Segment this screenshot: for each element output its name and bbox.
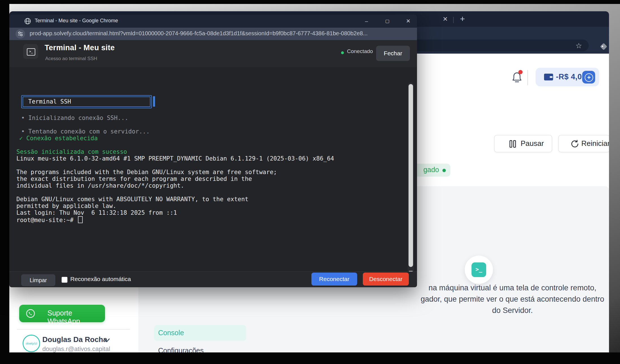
terminal-ssh-input-text: Terminal SSH (23, 97, 150, 107)
whatsapp-icon (25, 308, 36, 319)
terminal-line: Debian GNU/Linux comes with ABSOLUTELY N… (16, 196, 406, 203)
tab-close-icon[interactable]: ✕ (441, 15, 450, 24)
popup-url-bar: prod-app.solvefy.cloud/terminal.html?vmI… (9, 28, 417, 40)
terminal-glyph: >_ (27, 48, 35, 56)
vm-status-text: gado (423, 166, 439, 174)
terminal-cursor (78, 216, 83, 223)
terminal-line: individual files in /usr/share/doc/*/cop… (16, 182, 406, 189)
terminal-ssh-input-box[interactable]: Terminal SSH (21, 95, 152, 108)
terminal-body[interactable]: Terminal SSH • Inicializando conexão SSH… (9, 67, 417, 271)
extension-icon[interactable] (599, 42, 608, 51)
new-tab-button[interactable]: + (457, 14, 468, 24)
console-icon-circle: >_ (465, 256, 493, 284)
terminal-line: Linux meu-site 6.1.0-32-amd64 #1 SMP PRE… (16, 155, 406, 162)
popup-url-text[interactable]: prod-app.solvefy.cloud/terminal.html?vmI… (30, 30, 368, 37)
plus-icon: + (585, 73, 593, 82)
clear-button[interactable]: Limpar (21, 274, 55, 286)
header-divider (527, 70, 528, 85)
description-line: na máquina virtual é uma tela de control… (421, 282, 604, 293)
console-description: na máquina virtual é uma tela de control… (421, 282, 604, 316)
globe-icon (24, 17, 31, 25)
tab-console[interactable]: Console (154, 325, 246, 341)
minimize-button[interactable]: – (362, 16, 371, 26)
terminal-app-icon: >_ (23, 44, 38, 59)
site-settings-icon[interactable] (16, 29, 25, 39)
notification-badge (518, 70, 523, 74)
terminal-footer: Limpar Reconexão automática Reconectar D… (9, 271, 417, 287)
terminal-line: • Tentando conexão com o servidor... (16, 128, 406, 135)
user-avatar[interactable]: olvety/cl (23, 335, 40, 352)
terminal-header: >_ Terminal - Meu site Acesso ao termina… (9, 40, 417, 67)
pause-vm-button[interactable]: Pausar (494, 135, 552, 152)
user-email: douglas.r@ativos.capital (42, 345, 110, 352)
terminal-scrollbar[interactable] (408, 82, 414, 284)
scrollbar-thumb[interactable] (409, 84, 413, 267)
restart-vm-button[interactable]: Reiniciar (558, 135, 609, 152)
pause-label: Pausar (521, 139, 544, 148)
terminal-line: • Inicializando conexão SSH... (16, 115, 406, 121)
reconnect-button[interactable]: Reconectar (311, 273, 357, 286)
auto-reconnect-checkbox[interactable] (62, 277, 67, 283)
connection-status-text: Conectado (347, 48, 373, 54)
terminal-icon: >_ (471, 262, 486, 277)
balance-amount: -R$ 4,00 (556, 73, 586, 81)
terminal-line: Last login: Thu Nov 6 11:32:18 2025 from… (16, 209, 406, 216)
terminal-line: root@meu-site:~# (16, 216, 406, 223)
terminal-line: permitted by applicable law. (16, 203, 406, 209)
tab-settings[interactable]: Configurações (158, 347, 204, 352)
auto-reconnect-label: Reconexão automática (70, 276, 131, 282)
terminal-title: Terminal - Meu site (45, 43, 115, 52)
terminal-line: ✓ Conexão estabelecida (16, 135, 406, 142)
close-window-button[interactable]: ✕ (403, 16, 413, 26)
terminal-line: the exact distribution terms for each pr… (16, 176, 406, 182)
wallet-balance-pill: -R$ 4,00 + (536, 68, 599, 86)
tab-console-label: Console (158, 329, 184, 337)
whatsapp-support-button[interactable]: Suporte WhatsApp (19, 305, 105, 322)
chevron-down-icon[interactable] (102, 337, 111, 344)
connection-status-dot (341, 51, 344, 54)
pause-icon (508, 139, 517, 148)
terminal-output: • Inicializando conexão SSH... • Tentand… (16, 115, 406, 223)
terminal-line: The programs included with the Debian GN… (16, 169, 406, 176)
vm-status-dot (442, 169, 446, 172)
popup-window-title: Terminal - Meu site - Google Chrome (35, 18, 118, 24)
maximize-button[interactable]: ▢ (383, 16, 392, 26)
whatsapp-label: Suporte WhatsApp (47, 309, 105, 325)
close-terminal-button[interactable]: Fechar (376, 46, 410, 61)
terminal-line (16, 162, 406, 169)
terminal-subtitle: Acesso ao terminal SSH (45, 56, 97, 62)
popup-title-bar[interactable]: Terminal - Meu site - Google Chrome – ▢ … (9, 15, 417, 28)
bookmark-star-icon[interactable]: ☆ (575, 41, 583, 50)
disconnect-button[interactable]: Desconectar (363, 273, 409, 286)
terminal-line (16, 142, 406, 148)
wallet-icon (543, 73, 554, 82)
add-funds-button[interactable]: + (582, 71, 595, 84)
description-line: gador, que permite ver o que está aconte… (421, 293, 604, 305)
terminal-popup-window: Terminal - Meu site - Google Chrome – ▢ … (9, 15, 417, 287)
restart-icon (570, 139, 580, 149)
description-line: do Servidor. (421, 305, 604, 316)
terminal-line (16, 189, 406, 196)
tab-divider (453, 17, 454, 23)
text-caret (153, 96, 155, 107)
screen: ✕ + ☆ (0, 0, 620, 364)
terminal-line (16, 121, 406, 128)
restart-label: Reiniciar (581, 139, 609, 148)
terminal-line: Sessão inicializada com sucesso (16, 148, 406, 155)
sidebar-bottom-divider (17, 329, 130, 330)
user-name[interactable]: Douglas Da Rocha (42, 335, 107, 344)
